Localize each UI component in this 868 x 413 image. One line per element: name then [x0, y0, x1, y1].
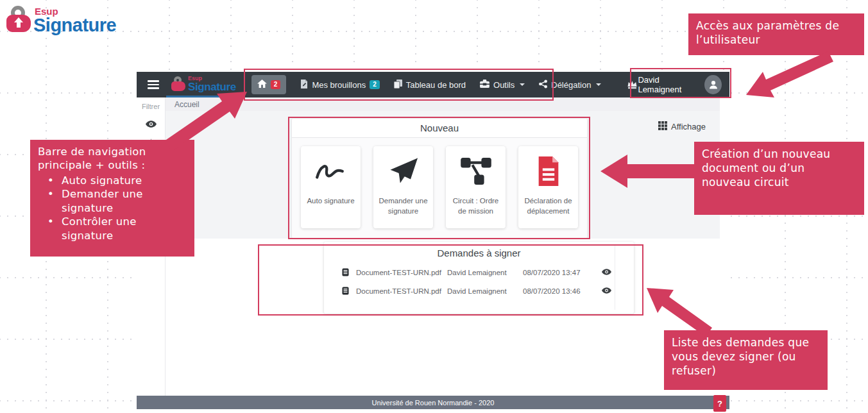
chevron-down-icon: [520, 83, 525, 86]
user-menu[interactable]: David Lemaignent: [638, 75, 722, 94]
crown-icon[interactable]: [627, 80, 638, 89]
home-badge: 2: [271, 80, 281, 89]
hamburger-menu-icon[interactable]: [143, 76, 164, 93]
draft-file-icon: [300, 80, 308, 90]
copy-icon: [394, 80, 402, 90]
grid-icon: [658, 121, 667, 132]
request-date: 08/07/2020 13:46: [523, 287, 592, 295]
callout-navigation: Barre de navigation principale + outils …: [30, 140, 194, 257]
esup-signature-logo: Esup Signature: [6, 4, 116, 35]
tile-demander-signature[interactable]: Demander une signature: [373, 146, 433, 228]
chevron-down-icon: [596, 83, 601, 86]
content-top-panel: Nouveau Auto signature Dem: [166, 111, 720, 239]
lock-icon: [171, 76, 187, 92]
nav-item-label: Délégation: [551, 80, 591, 90]
toolbox-icon: [480, 80, 489, 90]
callout-bullet: Contrôler une signature: [46, 215, 187, 242]
nav-item-mes-brouillons[interactable]: Mes brouillons 2: [300, 80, 379, 90]
workflow-icon: [461, 156, 491, 186]
callout-user-settings: Accès aux paramètres de l’utilisateur: [688, 13, 864, 55]
display-label: Affichage: [671, 122, 706, 131]
request-file-name: Document-TEST-URN.pdf: [356, 269, 447, 276]
navbar-brand[interactable]: Esup Signature: [166, 72, 243, 97]
arrow-to-user-menu: [746, 51, 833, 97]
callout-line: principale + outils :: [38, 158, 187, 172]
main-content: Accueil Nouveau Auto signature: [166, 97, 729, 396]
share-icon: [539, 80, 547, 90]
logo-bottom-label: Signature: [33, 16, 116, 35]
request-user-name: David Lemaignent: [447, 269, 523, 276]
document-icon: [334, 287, 356, 295]
footer-text: Université de Rouen Normandie - 2020: [372, 399, 495, 407]
requests-panel: Demandes à signer Document-TEST-URN.pdf …: [324, 242, 634, 314]
callout-bullet: Auto signature: [46, 174, 187, 187]
lock-icon: [6, 4, 33, 35]
callout-creation: Création d’un nouveau document ou d’un n…: [694, 142, 864, 215]
tile-label: Auto signature: [303, 196, 357, 206]
tile-label: Déclaration de déplacement: [518, 196, 578, 216]
request-file-name: Document-TEST-URN.pdf: [356, 287, 447, 295]
nav-item-label: Mes brouillons: [312, 80, 366, 90]
breadcrumb-item: Accueil: [174, 100, 200, 109]
nouveau-title: Nouveau: [292, 119, 587, 138]
nav-item-label: Outils: [493, 80, 515, 90]
nav-item-delegation[interactable]: Délégation: [539, 80, 601, 90]
page: { "logo": { "top": "Esup", "bottom": "Si…: [0, 0, 868, 413]
document-icon: [334, 268, 356, 276]
request-user-name: David Lemaignent: [447, 287, 523, 295]
filter-label: Filtrer: [142, 103, 160, 110]
nav-item-outils[interactable]: Outils: [480, 80, 525, 90]
home-icon: [257, 79, 267, 90]
requests-divider: [615, 246, 615, 310]
brand-bottom-label: Signature: [188, 81, 236, 92]
nouveau-tiles: Auto signature Demander une signature: [292, 138, 587, 237]
tile-declaration-deplacement[interactable]: Déclaration de déplacement: [518, 146, 578, 228]
app-body: Filtrer Accueil Nouveau: [137, 97, 729, 396]
tile-label: Demander une signature: [373, 196, 433, 216]
nav-item-tableau-de-bord[interactable]: Tableau de bord: [394, 80, 466, 90]
esup-signature-app: Esup Signature 2 Mes brouillons 2 Tablea…: [137, 72, 729, 409]
signature-icon: [313, 156, 349, 186]
user-avatar-icon: [704, 75, 722, 94]
eye-icon[interactable]: [592, 269, 620, 276]
tile-label: Circuit : Ordre de mission: [446, 196, 506, 216]
paper-plane-icon: [388, 156, 419, 186]
eye-icon[interactable]: [146, 119, 157, 130]
callout-bullet: Demander une signature: [46, 187, 187, 215]
red-document-icon: [536, 156, 561, 186]
tile-circuit-ordre-mission[interactable]: Circuit : Ordre de mission: [446, 146, 506, 228]
callout-line: Barre de navigation: [38, 145, 187, 158]
drafts-badge: 2: [370, 80, 380, 89]
breadcrumb: Accueil: [166, 97, 720, 111]
logo-text: Esup Signature: [33, 6, 116, 35]
main-navbar: Esup Signature 2 Mes brouillons 2 Tablea…: [137, 72, 729, 97]
nav-item-label: Tableau de bord: [406, 80, 466, 90]
display-toggle[interactable]: Affichage: [658, 121, 706, 132]
help-button[interactable]: ?: [713, 395, 726, 412]
requests-title: Demandes à signer: [324, 242, 634, 263]
nouveau-panel: Nouveau Auto signature Dem: [292, 119, 587, 239]
eye-icon[interactable]: [592, 287, 620, 295]
tile-auto-signature[interactable]: Auto signature: [301, 146, 361, 228]
callout-bullet-list: Auto signature Demander une signature Co…: [38, 174, 187, 242]
user-name-label: David Lemaignent: [638, 75, 698, 94]
callout-requests-list: Liste des demandes que vous devez signer…: [664, 330, 828, 390]
request-date: 08/07/2020 13:47: [523, 269, 592, 276]
request-row[interactable]: Document-TEST-URN.pdf David Lemaignent 0…: [324, 263, 634, 282]
app-footer: Université de Rouen Normandie - 2020 ?: [137, 396, 729, 409]
request-row[interactable]: Document-TEST-URN.pdf David Lemaignent 0…: [324, 282, 634, 300]
nav-home-tab[interactable]: 2: [251, 75, 287, 94]
